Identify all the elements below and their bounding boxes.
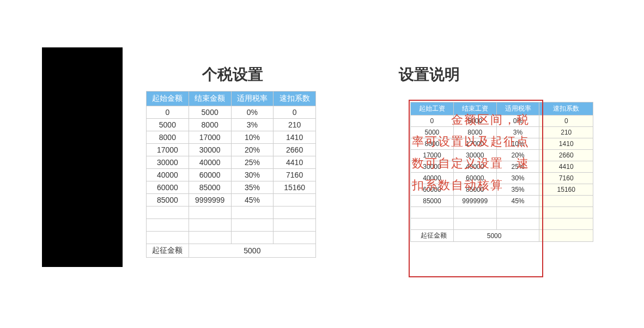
threshold-label: 起征金额 — [411, 230, 454, 242]
table-row — [411, 218, 593, 230]
threshold-label: 起征金额 — [147, 244, 189, 258]
table-row: 600008500035%15160 — [147, 181, 316, 194]
description-preview-table: 起始工资 结束工资 适用税率 速扣系数 050000%0 500080003%2… — [410, 102, 593, 242]
table-row: 500080003%210 — [147, 119, 316, 131]
table-row: 80001700010%1410 — [411, 138, 593, 150]
table-row: 050000%0 — [147, 106, 316, 119]
table-row: 85000999999945% — [411, 196, 593, 207]
title-tax-settings: 个税设置 — [151, 64, 314, 85]
col-quick-deduction: 速扣系数 — [274, 92, 316, 106]
table-row: 050000%0 — [411, 116, 593, 127]
title-description: 设置说明 — [375, 64, 484, 85]
table-row: 400006000030%7160 — [411, 173, 593, 184]
table-row: 80001700010%1410 — [147, 131, 316, 144]
table-row: 170003000020%2660 — [411, 150, 593, 161]
table-header-row: 起始工资 结束工资 适用税率 速扣系数 — [411, 102, 593, 116]
table-row: 500080003%210 — [411, 127, 593, 138]
threshold-value: 5000 — [189, 244, 315, 258]
table-row — [147, 232, 316, 244]
black-sidebar-block — [42, 47, 123, 267]
threshold-value: 5000 — [453, 230, 539, 242]
col-tax-rate: 适用税率 — [496, 102, 539, 116]
table-row: 300004000025%4410 — [147, 156, 316, 169]
tax-settings-table: 起始金额 结束金额 适用税率 速扣系数 050000%0 500080003%2… — [146, 91, 316, 258]
table-row: 300004000025%4410 — [411, 161, 593, 173]
tax-table-body: 050000%0 500080003%210 80001700010%1410 … — [147, 106, 316, 244]
col-quick-deduction: 速扣系数 — [539, 102, 593, 116]
table-row: 170003000020%2660 — [147, 144, 316, 156]
table-row — [411, 207, 593, 218]
preview-table-body: 050000%0 500080003%210 80001700010%1410 … — [411, 116, 593, 230]
col-end-amount: 结束金额 — [189, 92, 231, 106]
table-row: 600008500035%15160 — [411, 184, 593, 196]
col-tax-rate: 适用税率 — [231, 92, 274, 106]
table-row: 85000999999945% — [147, 194, 316, 206]
threshold-row: 起征金额 5000 — [147, 244, 316, 258]
col-start-salary: 起始工资 — [411, 102, 454, 116]
table-row: 400006000030%7160 — [147, 169, 316, 181]
table-row — [147, 219, 316, 232]
table-row — [147, 206, 316, 219]
col-end-salary: 结束工资 — [453, 102, 496, 116]
threshold-row: 起征金额 5000 — [411, 230, 593, 242]
table-header-row: 起始金额 结束金额 适用税率 速扣系数 — [147, 92, 316, 106]
col-start-amount: 起始金额 — [147, 92, 189, 106]
